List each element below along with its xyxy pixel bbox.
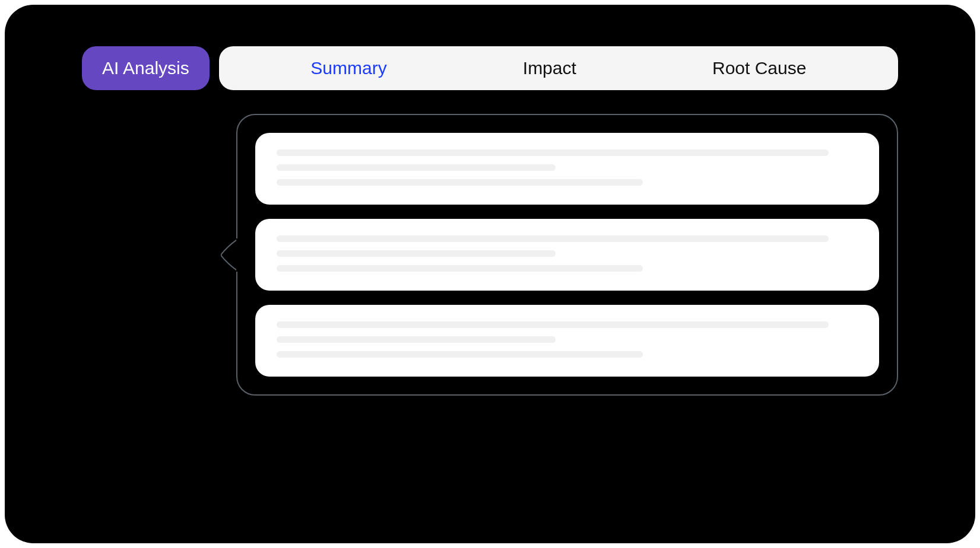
- skeleton-line: [277, 179, 643, 186]
- skeleton-line: [277, 265, 643, 272]
- skeleton-line: [277, 250, 556, 257]
- skeleton-line: [277, 149, 829, 156]
- content-area: [236, 114, 898, 396]
- svg-rect-0: [236, 238, 239, 272]
- skeleton-line: [277, 336, 556, 343]
- tab-root-cause[interactable]: Root Cause: [712, 58, 806, 78]
- summary-card: [255, 305, 879, 377]
- skeleton-line: [277, 321, 829, 328]
- summary-card: [255, 219, 879, 291]
- tab-summary[interactable]: Summary: [310, 58, 386, 78]
- header-row: AI Analysis Summary Impact Root Cause: [82, 46, 898, 90]
- speech-tail-icon: [221, 238, 239, 272]
- summary-card: [255, 133, 879, 205]
- app-frame: AI Analysis Summary Impact Root Cause: [5, 5, 975, 543]
- skeleton-line: [277, 164, 556, 171]
- skeleton-line: [277, 351, 643, 358]
- ai-analysis-badge: AI Analysis: [82, 46, 210, 90]
- skeleton-line: [277, 235, 829, 242]
- speech-bubble-outline: [236, 114, 898, 396]
- tab-impact[interactable]: Impact: [523, 58, 576, 78]
- tabs-bar: Summary Impact Root Cause: [219, 46, 898, 90]
